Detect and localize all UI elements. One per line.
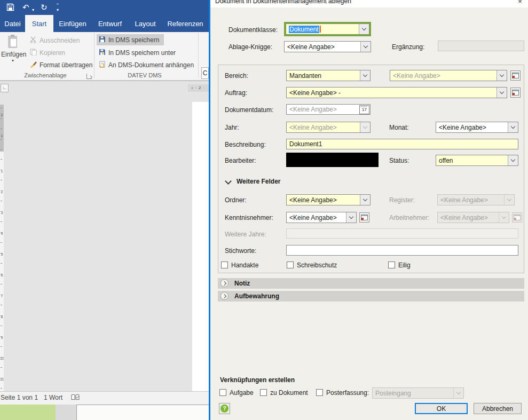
arbeitnehmer-label: Arbeitnehmer: [389, 214, 429, 221]
ordner-value: <Keine Angabe> [289, 196, 337, 204]
expand-icon[interactable] [220, 279, 228, 287]
undo-button[interactable]: ↶ [22, 2, 29, 13]
undo-dropdown-icon[interactable]: ▾ [32, 5, 34, 15]
handakte-checkbox[interactable] [221, 261, 228, 268]
tab-start[interactable]: Start [25, 15, 53, 32]
word-count[interactable]: 1 Wort [44, 394, 62, 401]
clipboard-icon [7, 43, 19, 51]
bearbeiter-value-redacted[interactable] [286, 153, 379, 167]
schreibschutz-checkbox[interactable] [287, 261, 294, 268]
ergaenzung-label: Ergänzung: [392, 43, 424, 51]
picker-icon [512, 73, 519, 78]
attach-document-icon [99, 61, 106, 69]
background-window-white [76, 405, 209, 420]
clipboard-dialog-launcher-icon[interactable] [86, 74, 92, 79]
status-bar: Seite 1 von 1 1 Wort [0, 391, 209, 405]
ribbon: Einfügen ▾ Ausschneiden Kopieren [0, 32, 209, 81]
kenntnisnehmer-combo[interactable]: <Keine Angabe> [286, 212, 357, 223]
kenntnisnehmer-picker-button[interactable] [359, 212, 369, 223]
picker-icon [514, 215, 521, 220]
tab-stop-selector-icon[interactable]: ∟ [1, 84, 9, 92]
dokumentdatum-field[interactable]: <Keine Angabe> 17 [286, 104, 371, 115]
dokumentklasse-dropdown-icon[interactable] [359, 24, 369, 34]
calendar-icon[interactable]: 17 [359, 105, 369, 114]
bereich-label: Bereich: [225, 72, 248, 80]
ablage-knigge-combo[interactable]: <Keine Angabe> [284, 41, 371, 52]
dokumentklasse-focus-border: Dokument [284, 22, 371, 36]
dokumentklasse-combo[interactable]: Dokument [286, 23, 369, 35]
auftrag-label: Auftrag: [225, 89, 247, 97]
dokumentdatum-label: Dokumentdatum: [225, 106, 273, 114]
status-combo[interactable]: offen [436, 155, 518, 166]
vertical-ruler-margin[interactable]: 21 [0, 105, 4, 152]
aufbewahrung-section-header[interactable]: Aufbewahrung [218, 291, 524, 302]
ok-button[interactable]: OK [415, 403, 468, 414]
page-count[interactable]: Seite 1 von 1 [1, 394, 38, 401]
in-dms-speichern-unter-button[interactable]: In DMS speichern unter [97, 47, 178, 58]
jahr-label: Jahr: [225, 124, 239, 131]
close-icon[interactable]: × [515, 0, 525, 7]
redo-button[interactable]: ↻ [41, 2, 48, 13]
dokumentklasse-label: Dokumentklasse: [228, 26, 278, 34]
aufbewahrung-title: Aufbewahrung [234, 292, 279, 300]
weitere-jahre-field [286, 228, 518, 239]
posterfassung-checkbox[interactable] [316, 389, 323, 396]
tab-entwurf[interactable]: Entwurf [92, 15, 128, 32]
posterfassung-label: Posterfassung: [326, 389, 369, 397]
kenntnisnehmer-dropdown-icon[interactable] [346, 212, 356, 223]
aufgabe-checkbox[interactable] [219, 389, 226, 396]
bereich-picker-button[interactable] [510, 70, 521, 81]
picker-icon [512, 90, 519, 96]
vertical-ruler-main[interactable]: 1234567891011 [0, 152, 4, 392]
bereich-detail-combo[interactable]: <Keine Angabe> [390, 70, 507, 81]
horizontal-ruler-fragment[interactable]: ı · 2 · [188, 84, 209, 92]
cut-button: Ausschneiden [28, 35, 82, 46]
scissors-icon [30, 36, 37, 45]
format-painter-button[interactable]: Format übertragen [28, 59, 94, 70]
ablage-knigge-dropdown-icon[interactable] [360, 42, 371, 52]
ordner-label: Ordner: [225, 196, 247, 204]
beschreibung-field[interactable]: Dokument1 [286, 139, 518, 149]
monat-combo[interactable]: <Keine Angabe> [436, 122, 518, 133]
screen: ↶ ▾ ↻ ▾ Datei Start Einfügen Entwurf Lay… [0, 0, 528, 420]
weitere-jahre-label: Weitere Jahre: [225, 231, 266, 238]
document-page[interactable] [192, 102, 209, 392]
monat-dropdown-icon[interactable] [508, 122, 518, 132]
register-value: <Keine Angabe> [440, 196, 488, 204]
stichworte-field[interactable] [286, 245, 518, 256]
clipboard-group-label: Zwischenablage [5, 72, 85, 78]
status-dropdown-icon[interactable] [508, 155, 518, 165]
tab-referenzen[interactable]: Referenzen [162, 15, 208, 32]
word-titlebar: ↶ ▾ ↻ ▾ [0, 0, 209, 15]
in-dms-speichern-unter-label: In DMS speichern unter [108, 49, 176, 57]
tab-datei[interactable]: Datei [0, 15, 25, 32]
tab-layout[interactable]: Layout [128, 15, 162, 32]
auftrag-picker-button[interactable] [510, 88, 521, 98]
datev-dms-group-label: DATEV DMS [97, 72, 193, 78]
notiz-section-header[interactable]: Notiz [218, 278, 524, 289]
paste-button[interactable]: Einfügen ▾ [1, 34, 25, 78]
customize-qat-icon[interactable]: ▾ [57, 4, 59, 15]
weitere-felder-heading[interactable]: Weitere Felder [237, 178, 280, 185]
weitere-felder-collapse-icon[interactable] [225, 178, 232, 185]
an-dms-dokument-anhaengen-label: An DMS-Dokument anhängen [108, 61, 194, 69]
an-dms-dokument-anhaengen-button[interactable]: An DMS-Dokument anhängen [97, 59, 196, 70]
bereich-dropdown-icon[interactable] [360, 70, 370, 81]
cancel-button[interactable]: Abbrechen [474, 403, 522, 414]
font-name-combo-partial[interactable]: C [201, 67, 209, 79]
bereich-combo[interactable]: Mandanten [286, 70, 371, 81]
auftrag-dropdown-icon[interactable] [497, 88, 507, 98]
eilig-checkbox[interactable] [388, 261, 395, 268]
expand-icon[interactable] [220, 292, 228, 300]
bereich-detail-dropdown-icon[interactable] [497, 70, 507, 81]
auftrag-combo[interactable]: <Keine Angabe> - [286, 87, 507, 98]
ordner-dropdown-icon[interactable] [360, 195, 370, 205]
help-button[interactable]: ? [219, 403, 230, 414]
save-icon[interactable] [6, 3, 14, 14]
zu-dokument-checkbox[interactable] [260, 389, 267, 396]
tab-einfuegen[interactable]: Einfügen [53, 15, 92, 32]
proofing-book-icon[interactable] [71, 394, 80, 403]
in-dms-speichern-button[interactable]: In DMS speichern [97, 34, 164, 45]
arbeitnehmer-combo: <Keine Angabe> [437, 212, 509, 223]
ordner-combo[interactable]: <Keine Angabe> [286, 194, 371, 205]
